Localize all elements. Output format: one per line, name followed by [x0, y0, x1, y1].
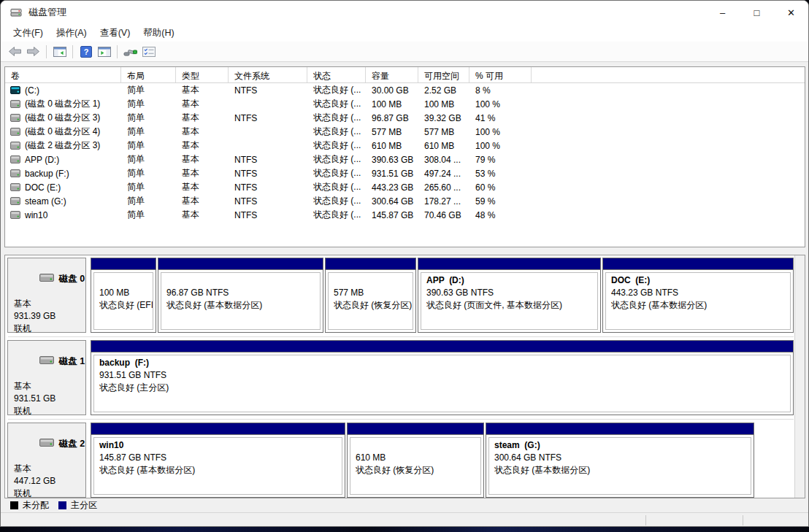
table-row[interactable]: (C:) 简单 基本 NTFS 状态良好 (... 30.00 GB 2.52 …	[5, 83, 805, 97]
volume-drive-icon	[10, 128, 20, 136]
partition-name	[356, 439, 475, 452]
menu-help[interactable]: 帮助(H)	[137, 25, 180, 42]
legend-primary-label: 主分区	[71, 499, 97, 512]
disk-type: 基本	[14, 380, 85, 393]
partition-box[interactable]: DOC (E:) 443.23 GB NTFS 状态良好 (基本数据分区)	[602, 258, 794, 333]
table-row[interactable]: APP (D:) 简单 基本 NTFS 状态良好 (... 390.63 GB …	[5, 153, 805, 166]
partition-name: backup (F:)	[99, 357, 785, 369]
partition-box[interactable]: 577 MB 状态良好 (恢复分区)	[325, 258, 416, 333]
volume-layout: 简单	[121, 84, 176, 96]
column-header-volume[interactable]: 卷	[5, 67, 121, 82]
column-header-type[interactable]: 类型	[176, 67, 229, 82]
disk-management-window: 磁盘管理 – □ ✕ 文件(F) 操作(A) 查看(V) 帮助(H)	[0, 0, 809, 527]
partition-box[interactable]: steam (G:) 300.64 GB NTFS 状态良好 (基本数据分区)	[486, 423, 754, 498]
partition-box[interactable]: win10 145.87 GB NTFS 状态良好 (基本数据分区)	[91, 423, 345, 498]
volume-type: 基本	[176, 195, 229, 207]
volume-name: steam (G:)	[25, 196, 66, 207]
volume-name: DOC (E:)	[25, 182, 61, 193]
volume-capacity: 931.51 GB	[366, 169, 418, 179]
volume-pct-free: 100 %	[469, 141, 532, 151]
partition-box[interactable]: 610 MB 状态良好 (恢复分区)	[347, 423, 484, 498]
disk-label-panel[interactable]: 磁盘 2 基本 447.12 GB 联机	[7, 423, 86, 498]
partition-box[interactable]: 100 MB 状态良好 (EFI	[91, 258, 156, 333]
partition-name	[166, 274, 315, 287]
legend-bar: 未分配 主分区	[4, 498, 805, 512]
volume-drive-icon	[10, 211, 20, 219]
table-row[interactable]: (磁盘 0 磁盘分区 1) 简单 基本 状态良好 (... 100 MB 100…	[5, 97, 805, 111]
partition-status: 状态良好 (恢复分区)	[356, 464, 475, 477]
disk-icon	[14, 428, 54, 459]
disk-tool-icon[interactable]	[121, 44, 139, 60]
volume-type: 基本	[176, 209, 229, 221]
volume-filesystem: NTFS	[229, 182, 307, 193]
volume-name: (磁盘 0 磁盘分区 3)	[25, 112, 100, 124]
minimize-button[interactable]: –	[705, 1, 740, 24]
volume-pct-free: 48 %	[469, 210, 532, 220]
disk-label-panel[interactable]: 磁盘 0 基本 931.39 GB 联机	[7, 258, 86, 333]
disk-label-panel[interactable]: 磁盘 1 基本 931.51 GB 联机	[7, 340, 86, 415]
volume-filesystem: NTFS	[229, 196, 307, 207]
volume-free-space: 610 MB	[418, 141, 469, 151]
volume-drive-icon	[10, 142, 20, 150]
status-bar	[1, 512, 808, 527]
maximize-button[interactable]: □	[740, 1, 774, 24]
volume-filesystem: NTFS	[229, 210, 307, 220]
menu-bar: 文件(F) 操作(A) 查看(V) 帮助(H)	[1, 24, 808, 42]
table-row[interactable]: (磁盘 2 磁盘分区 3) 简单 基本 状态良好 (... 610 MB 610…	[5, 139, 805, 153]
disk-row-separator	[8, 336, 794, 337]
partition-box[interactable]: 96.87 GB NTFS 状态良好 (基本数据分区)	[158, 258, 323, 333]
forward-icon[interactable]	[24, 44, 42, 60]
volume-status: 状态良好 (...	[307, 84, 366, 96]
partition-box[interactable]: APP (D:) 390.63 GB NTFS 状态良好 (页面文件, 基本数据…	[418, 258, 601, 333]
volume-filesystem: NTFS	[229, 169, 307, 179]
action-pane-icon[interactable]	[95, 44, 113, 60]
console-tree-icon[interactable]	[50, 44, 69, 60]
column-header-capacity[interactable]: 容量	[366, 67, 418, 82]
column-header-status[interactable]: 状态	[307, 67, 366, 82]
column-header-layout[interactable]: 布局	[121, 67, 176, 82]
partition-size: 100 MB	[99, 287, 147, 299]
table-row[interactable]: DOC (E:) 简单 基本 NTFS 状态良好 (... 443.23 GB …	[5, 180, 805, 194]
volume-capacity: 390.63 GB	[366, 155, 418, 165]
volume-pct-free: 8 %	[469, 85, 532, 96]
volume-status: 状态良好 (...	[307, 195, 366, 207]
volume-filesystem: NTFS	[229, 155, 307, 165]
column-header-pct-free[interactable]: % 可用	[469, 67, 532, 82]
volume-type: 基本	[176, 181, 229, 193]
table-row[interactable]: win10 简单 基本 NTFS 状态良好 (... 145.87 GB 70.…	[5, 208, 805, 222]
volume-type: 基本	[176, 153, 229, 166]
partition-color-band	[158, 258, 323, 270]
menu-action[interactable]: 操作(A)	[50, 25, 93, 42]
menu-file[interactable]: 文件(F)	[7, 25, 50, 42]
partition-size: 577 MB	[334, 287, 407, 299]
table-row[interactable]: steam (G:) 简单 基本 NTFS 状态良好 (... 300.64 G…	[5, 194, 805, 208]
column-header-filesystem[interactable]: 文件系统	[229, 67, 307, 82]
volume-free-space: 39.32 GB	[418, 113, 469, 123]
volume-name: backup (F:)	[25, 169, 69, 179]
back-icon[interactable]	[6, 44, 24, 60]
table-row[interactable]: backup (F:) 简单 基本 NTFS 状态良好 (... 931.51 …	[5, 166, 805, 180]
volume-capacity: 577 MB	[366, 127, 418, 137]
volume-capacity: 443.23 GB	[366, 182, 418, 193]
partition-status: 状态良好 (EFI	[99, 299, 147, 312]
volume-free-space: 178.27 ...	[418, 196, 469, 207]
volume-layout: 简单	[121, 112, 176, 124]
menu-view[interactable]: 查看(V)	[93, 25, 137, 42]
help-icon[interactable]: ?	[77, 44, 95, 60]
disk-row-separator	[8, 419, 794, 420]
partition-status: 状态良好 (基本数据分区)	[611, 299, 785, 312]
partition-status: 状态良好 (页面文件, 基本数据分区)	[426, 299, 592, 312]
partition-size: 931.51 GB NTFS	[99, 369, 785, 382]
graphical-view: 磁盘 0 基本 931.39 GB 联机 100 MB 状态良好 (EFI 96…	[5, 255, 795, 498]
disk-row: 磁盘 0 基本 931.39 GB 联机 100 MB 状态良好 (EFI 96…	[7, 258, 795, 333]
toolbar-separator	[72, 45, 73, 58]
close-button[interactable]: ✕	[774, 1, 808, 24]
disk-row: 磁盘 2 基本 447.12 GB 联机 win10 145.87 GB NTF…	[7, 423, 795, 498]
table-row[interactable]: (磁盘 0 磁盘分区 4) 简单 基本 状态良好 (... 577 MB 577…	[5, 125, 805, 139]
checklist-icon[interactable]	[139, 44, 158, 60]
table-row[interactable]: (磁盘 0 磁盘分区 3) 简单 基本 NTFS 状态良好 (... 96.87…	[5, 111, 805, 125]
partition-box[interactable]: backup (F:) 931.51 GB NTFS 状态良好 (主分区)	[91, 340, 794, 415]
column-header-free[interactable]: 可用空间	[418, 67, 469, 82]
vertical-scrollbar[interactable]	[794, 255, 805, 498]
volume-drive-icon	[10, 169, 20, 177]
